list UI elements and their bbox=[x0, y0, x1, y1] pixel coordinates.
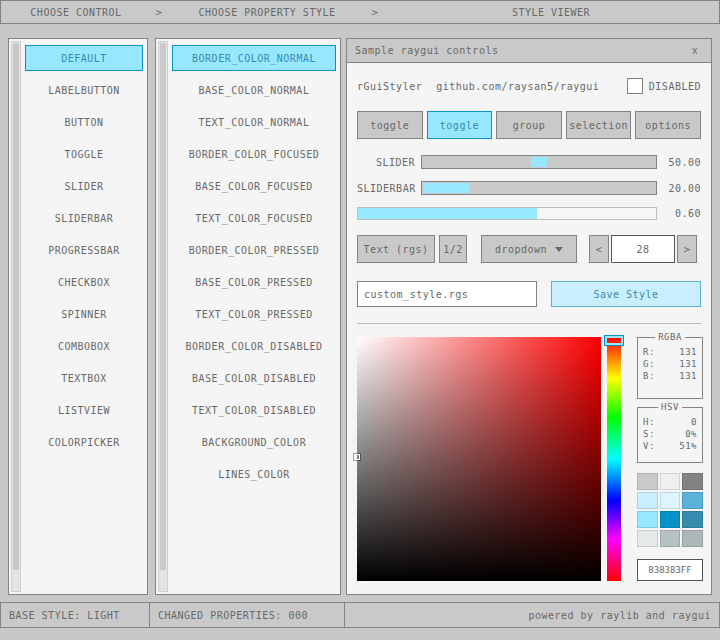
palette-swatch[interactable] bbox=[682, 511, 703, 528]
prop-border-color-normal[interactable]: BORDER_COLOR_NORMAL bbox=[172, 45, 336, 71]
text-rgs-button[interactable]: Text (rgs) bbox=[357, 235, 435, 263]
slider-handle[interactable] bbox=[531, 157, 547, 167]
prop-lines-color[interactable]: LINES_COLOR bbox=[172, 461, 336, 487]
slider-label: SLIDER bbox=[357, 157, 421, 168]
list-item-toggle[interactable]: TOGGLE bbox=[25, 141, 143, 167]
g-value: 131 bbox=[679, 359, 697, 369]
prop-base-color-pressed[interactable]: BASE_COLOR_PRESSED bbox=[172, 269, 336, 295]
hsv-group-title: HSV bbox=[658, 402, 682, 412]
half-button[interactable]: 1/2 bbox=[439, 235, 467, 263]
controls-scrollbar[interactable] bbox=[11, 41, 21, 592]
properties-scrollbar[interactable] bbox=[158, 41, 168, 592]
list-item-sliderbar[interactable]: SLIDERBAR bbox=[25, 205, 143, 231]
prop-base-color-focused[interactable]: BASE_COLOR_FOCUSED bbox=[172, 173, 336, 199]
status-bar: BASE STYLE: LIGHT CHANGED PROPERTIES: 00… bbox=[0, 602, 720, 628]
toggle-button-0[interactable]: toggle bbox=[357, 111, 423, 139]
list-item-combobox[interactable]: COMBOBOX bbox=[25, 333, 143, 359]
spinner-increment-button[interactable]: > bbox=[677, 235, 697, 263]
palette-swatch[interactable] bbox=[660, 530, 681, 547]
list-item-progressbar[interactable]: PROGRESSBAR bbox=[25, 237, 143, 263]
spinner-decrement-button[interactable]: < bbox=[589, 235, 609, 263]
dropdown-combobox[interactable]: dropdown bbox=[481, 235, 577, 263]
spinner-value-box[interactable]: 28 bbox=[611, 235, 675, 263]
list-item-checkbox[interactable]: CHECKBOX bbox=[25, 269, 143, 295]
palette-swatch[interactable] bbox=[660, 511, 681, 528]
scrollbar-thumb[interactable] bbox=[160, 43, 166, 570]
prop-base-color-disabled[interactable]: BASE_COLOR_DISABLED bbox=[172, 365, 336, 391]
window-titlebar: Sample raygui controls x bbox=[347, 39, 711, 63]
slider-track[interactable] bbox=[421, 155, 657, 169]
slider-value: 50.00 bbox=[657, 157, 701, 168]
breadcrumb-choose-control: CHOOSE CONTROL bbox=[1, 1, 151, 23]
scrollbar-thumb[interactable] bbox=[13, 43, 19, 570]
close-icon[interactable]: x bbox=[687, 43, 703, 59]
filename-input[interactable]: custom_style.rgs bbox=[357, 281, 537, 307]
toggle-button-2[interactable]: group bbox=[496, 111, 562, 139]
style-color-palette bbox=[637, 473, 703, 547]
toggle-button-4[interactable]: options bbox=[635, 111, 701, 139]
breadcrumb-label: CHOOSE PROPERTY STYLE bbox=[199, 7, 336, 18]
breadcrumb-label: CHOOSE CONTROL bbox=[30, 7, 121, 18]
status-base-style: BASE STYLE: LIGHT bbox=[0, 602, 150, 628]
divider bbox=[357, 323, 701, 324]
hue-marker[interactable] bbox=[605, 336, 623, 345]
repo-link[interactable]: github.com/raysan5/raygui bbox=[436, 81, 627, 92]
prop-border-color-pressed[interactable]: BORDER_COLOR_PRESSED bbox=[172, 237, 336, 263]
breadcrumb-style-viewer: STYLE VIEWER bbox=[383, 1, 719, 23]
breadcrumb-label: STYLE VIEWER bbox=[512, 7, 590, 18]
prop-border-color-disabled[interactable]: BORDER_COLOR_DISABLED bbox=[172, 333, 336, 359]
palette-swatch[interactable] bbox=[682, 530, 703, 547]
color-saturation-value-panel[interactable] bbox=[357, 337, 601, 581]
s-value: 0% bbox=[685, 429, 697, 439]
list-item-button[interactable]: BUTTON bbox=[25, 109, 143, 135]
prop-text-color-normal[interactable]: TEXT_COLOR_NORMAL bbox=[172, 109, 336, 135]
sample-controls-window: Sample raygui controls x rGuiStyler gith… bbox=[346, 38, 712, 595]
rgba-group-title: RGBA bbox=[655, 332, 685, 342]
save-style-button[interactable]: Save Style bbox=[551, 281, 701, 307]
prop-text-color-pressed[interactable]: TEXT_COLOR_PRESSED bbox=[172, 301, 336, 327]
list-item-slider[interactable]: SLIDER bbox=[25, 173, 143, 199]
list-item-spinner[interactable]: SPINNER bbox=[25, 301, 143, 327]
palette-swatch[interactable] bbox=[637, 492, 658, 509]
list-item-listview[interactable]: LISTVIEW bbox=[25, 397, 143, 423]
list-item-default[interactable]: DEFAULT bbox=[25, 45, 143, 71]
dropdown-label: dropdown bbox=[495, 244, 547, 255]
r-label: R: bbox=[643, 347, 655, 357]
palette-swatch[interactable] bbox=[682, 492, 703, 509]
prop-text-color-disabled[interactable]: TEXT_COLOR_DISABLED bbox=[172, 397, 336, 423]
sliderbar-value: 20.00 bbox=[657, 183, 701, 194]
prop-base-color-normal[interactable]: BASE_COLOR_NORMAL bbox=[172, 77, 336, 103]
b-value: 131 bbox=[679, 371, 697, 381]
palette-swatch[interactable] bbox=[637, 473, 658, 490]
sliderbar-track[interactable] bbox=[421, 181, 657, 195]
palette-swatch[interactable] bbox=[660, 492, 681, 509]
v-label: V: bbox=[643, 441, 655, 451]
r-value: 131 bbox=[679, 347, 697, 357]
hsv-group: HSV H:0 S:0% V:51% bbox=[637, 407, 703, 463]
palette-swatch[interactable] bbox=[637, 511, 658, 528]
g-label: G: bbox=[643, 359, 655, 369]
hex-color-input[interactable]: 838383FF bbox=[637, 559, 703, 581]
toggle-button-3[interactable]: selection bbox=[566, 111, 632, 139]
list-item-colorpicker[interactable]: COLORPICKER bbox=[25, 429, 143, 455]
palette-swatch[interactable] bbox=[682, 473, 703, 490]
breadcrumb: CHOOSE CONTROL > CHOOSE PROPERTY STYLE >… bbox=[0, 0, 720, 24]
disabled-checkbox[interactable] bbox=[627, 78, 643, 94]
progressbar-value: 0.60 bbox=[657, 208, 701, 219]
rgba-group: RGBA R:131 G:131 B:131 bbox=[637, 337, 703, 399]
list-item-textbox[interactable]: TEXTBOX bbox=[25, 365, 143, 391]
progressbar-track bbox=[357, 207, 657, 220]
list-item-labelbutton[interactable]: LABELBUTTON bbox=[25, 77, 143, 103]
b-label: B: bbox=[643, 371, 655, 381]
prop-border-color-focused[interactable]: BORDER_COLOR_FOCUSED bbox=[172, 141, 336, 167]
prop-text-color-focused[interactable]: TEXT_COLOR_FOCUSED bbox=[172, 205, 336, 231]
palette-swatch[interactable] bbox=[637, 530, 658, 547]
styler-label: rGuiStyler bbox=[357, 81, 422, 92]
window-title: Sample raygui controls bbox=[355, 45, 687, 56]
prop-background-color[interactable]: BACKGROUND_COLOR bbox=[172, 429, 336, 455]
color-cursor[interactable] bbox=[354, 454, 360, 460]
chevron-right-icon: > bbox=[151, 7, 167, 18]
toggle-button-1[interactable]: toggle bbox=[427, 111, 493, 139]
hue-bar[interactable] bbox=[607, 337, 621, 581]
palette-swatch[interactable] bbox=[660, 473, 681, 490]
